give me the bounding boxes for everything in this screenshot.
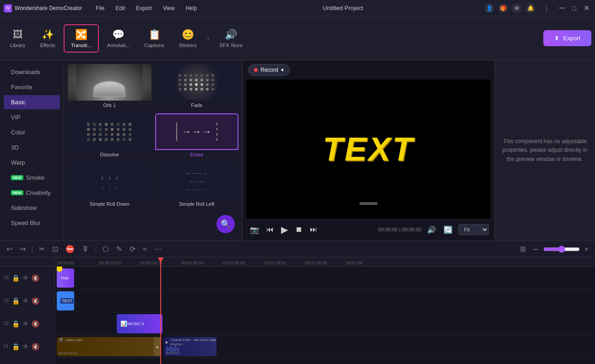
edit-btn[interactable]: ✎ xyxy=(114,243,125,255)
sidebar-item-basic[interactable]: Basic xyxy=(4,95,60,109)
preview-header: Record ▾ xyxy=(243,60,494,80)
sidebar-item-favorite[interactable]: Favorite xyxy=(4,80,60,94)
lock-icon-03[interactable]: 🔒 xyxy=(12,297,20,305)
sidebar-item-smoke[interactable]: NEW Smoke xyxy=(4,171,60,185)
screenshot-btn[interactable]: 📷 xyxy=(248,224,261,236)
mic-btn[interactable]: 🎙 xyxy=(79,243,92,255)
menu-edit[interactable]: Edit xyxy=(111,4,130,12)
export-button[interactable]: ⬆ Export xyxy=(543,30,591,46)
toolbar-stickers[interactable]: 😊 Stickers xyxy=(173,25,203,52)
redo-btn[interactable]: ↪ xyxy=(17,243,28,255)
mute-icon-04[interactable]: 🔇 xyxy=(32,274,39,282)
sidebar-item-vip[interactable]: VIP xyxy=(4,110,60,124)
mute-icon-01[interactable]: 🔇 xyxy=(32,343,39,350)
properties-panel: This component has no adjustable propert… xyxy=(494,60,595,241)
rolldown-thumb: ↓↓↓ ↓↓↓ xyxy=(68,163,151,199)
account-icon[interactable]: 👤 xyxy=(484,3,494,13)
clip-text[interactable]: TEXT xyxy=(57,291,74,310)
toolbar-captions[interactable]: 📋 Captions xyxy=(138,25,170,52)
forward-btn[interactable]: ⏭ xyxy=(308,224,319,236)
menu-file[interactable]: File xyxy=(91,4,109,12)
effects-label: Effects xyxy=(40,43,55,48)
clip-video[interactable]: 🎬 Video.mp4 00:00:24:11 xyxy=(57,337,161,356)
eye-icon-01[interactable]: 👁 xyxy=(22,343,29,350)
toolbar-sfxstore[interactable]: 🔊 SFX Store xyxy=(213,25,249,52)
properties-message: This component has no adjustable propert… xyxy=(502,137,588,164)
charlie-icon: ▶ xyxy=(166,340,168,344)
clip-charlie[interactable]: ▶ Charlie Puth - We Don't Talk Anymo... … xyxy=(164,337,216,356)
delete-btn[interactable]: ⛔ xyxy=(63,243,77,255)
sidebar-item-warp[interactable]: Warp xyxy=(4,155,60,170)
fade-label: Fade xyxy=(155,101,239,110)
gift-icon[interactable]: 🎁 xyxy=(498,3,508,13)
sidebar-item-3d[interactable]: 3D xyxy=(4,140,60,155)
stop-btn[interactable]: ⏹ xyxy=(293,224,304,236)
toolbar-annotations[interactable]: 💬 Annotati... xyxy=(101,25,136,52)
maximize-btn[interactable]: □ xyxy=(571,5,578,12)
search-fab[interactable]: 🔍 xyxy=(216,215,235,233)
rotate-btn[interactable]: ⟳ xyxy=(127,243,138,255)
track-labels: 04 🔒 👁 🔇 03 🔒 👁 🔇 02 🔒 👁 🔇 01 xyxy=(0,257,55,364)
eye-icon-04[interactable]: 👁 xyxy=(22,274,29,282)
record-button[interactable]: Record ▾ xyxy=(248,64,290,76)
transition-rolldown[interactable]: ↓↓↓ ↓↓↓ Simple Roll Down xyxy=(68,163,151,209)
speed-btn[interactable]: ⬡ xyxy=(100,243,112,255)
transitions-panel: Orb 1 Fade xyxy=(64,60,243,241)
volume-btn[interactable]: 🔊 xyxy=(425,224,438,236)
mute-icon-02[interactable]: 🔇 xyxy=(32,320,39,327)
play-btn[interactable]: ▶ xyxy=(279,222,290,237)
rewind-btn[interactable]: ⏮ xyxy=(265,224,276,236)
menu-export[interactable]: Export xyxy=(131,4,157,12)
zoom-out-btn[interactable]: ─ xyxy=(530,243,541,255)
toolbar-effects[interactable]: ✨ Effects xyxy=(34,25,62,52)
fit-select[interactable]: Fit 25% 50% 75% 100% xyxy=(458,224,489,235)
fit-timeline-btn[interactable]: ⊞ xyxy=(517,243,529,255)
lock-icon-02[interactable]: 🔒 xyxy=(12,320,20,327)
transition-dissolve[interactable]: Dissolve xyxy=(68,113,151,159)
toolbar-library[interactable]: 🖼 Library xyxy=(4,25,32,52)
transition-erase[interactable]: →→→ Erase xyxy=(155,113,239,159)
sidebar-item-speedblur[interactable]: Speed Blur xyxy=(4,216,60,230)
toolbar-more-icon[interactable]: › xyxy=(205,34,211,43)
playhead[interactable] xyxy=(160,257,161,364)
sidebar-item-sideshow[interactable]: Sideshow xyxy=(4,201,60,215)
sidebar-item-color[interactable]: Color xyxy=(4,125,60,139)
zoom-slider[interactable] xyxy=(543,246,580,253)
clip-music[interactable]: 📊 MUSIC.n xyxy=(117,314,162,333)
transitions-grid: Orb 1 Fade xyxy=(68,64,238,209)
mail-icon[interactable]: ✉ xyxy=(512,3,522,13)
more-btn[interactable]: ⋯ xyxy=(151,243,164,255)
toolbar-transitions[interactable]: 🔀 Transiti... xyxy=(64,24,99,53)
bell-icon[interactable]: 🔔 xyxy=(525,3,536,13)
menu-view[interactable]: View xyxy=(158,4,179,12)
loop-btn[interactable]: 🔄 xyxy=(442,224,454,236)
transition-rollleft[interactable]: ← ── ← ← ── ← ── ← Simple Roll Left xyxy=(155,163,239,209)
fade-thumb xyxy=(155,64,239,101)
lock-icon-01[interactable]: 🔒 xyxy=(12,343,20,350)
transition-fade[interactable]: Fade xyxy=(155,64,239,110)
zoom-in-btn[interactable]: + xyxy=(582,243,591,255)
split-btn[interactable]: ⊡ xyxy=(49,243,61,255)
timeline-ruler: 00:00:00 00:00:16:00 00:00:33:10 00:00:5… xyxy=(55,257,595,267)
sidebar-item-creativity[interactable]: NEW Creativity xyxy=(4,186,60,200)
close-btn[interactable]: ✕ xyxy=(582,4,591,12)
preview-area: Record ▾ TEXT 📷 ⏮ ▶ ⏹ ⏭ 00:00:00 | 00:00… xyxy=(243,60,494,241)
menu-help[interactable]: Help xyxy=(181,4,202,12)
favorite-label: Favorite xyxy=(11,84,32,91)
clip-charlie-label: Charlie Puth - We Don't Talk Anymo... xyxy=(170,338,216,346)
lock-icon-04[interactable]: 🔒 xyxy=(12,274,20,282)
minimize-btn[interactable]: ─ xyxy=(557,3,567,13)
crop-btn[interactable]: ✂ xyxy=(36,243,48,255)
sidebar-item-downloads[interactable]: Downloads xyxy=(4,65,60,79)
track-row-03: TEXT xyxy=(55,289,595,312)
undo-btn[interactable]: ↩ xyxy=(4,243,15,255)
sfx-label: SFX Store xyxy=(219,43,243,48)
downloads-label: Downloads xyxy=(11,69,40,75)
eye-icon-02[interactable]: 👁 xyxy=(22,320,29,327)
effects-icon: ✨ xyxy=(42,29,54,41)
audio-btn[interactable]: ≈ xyxy=(140,243,150,255)
transition-orb1[interactable]: Orb 1 xyxy=(68,64,151,110)
warp-label: Warp xyxy=(11,159,25,166)
mute-icon-03[interactable]: 🔇 xyxy=(32,297,39,305)
eye-icon-03[interactable]: 👁 xyxy=(22,297,29,305)
